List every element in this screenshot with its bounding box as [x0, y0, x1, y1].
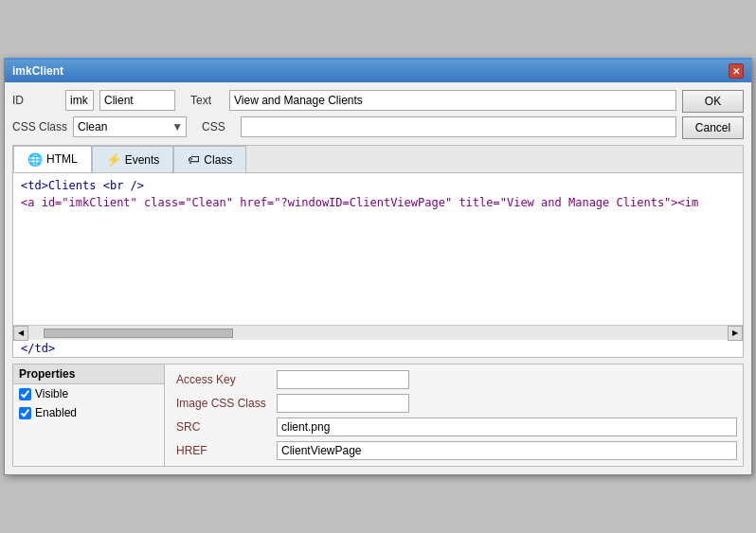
properties-title: Properties: [13, 364, 164, 384]
id-label: ID: [12, 94, 60, 107]
scroll-left-arrow[interactable]: ◀: [13, 326, 28, 341]
visible-row: Visible: [13, 384, 164, 403]
cancel-button[interactable]: Cancel: [682, 116, 744, 139]
enabled-checkbox[interactable]: [19, 407, 31, 419]
form-fields: ID Text CSS Class Clean ▼ CSS: [12, 90, 676, 137]
tab-events[interactable]: ⚡ Events: [92, 146, 174, 172]
close-tag: </td>: [17, 340, 59, 357]
id-text-row: ID Text: [12, 90, 676, 111]
tabs-header: 🌐 HTML ⚡ Events 🏷 Class: [13, 146, 743, 173]
css-label: CSS: [202, 120, 235, 133]
css-class-dropdown-wrap: Clean ▼: [73, 116, 187, 137]
access-key-input[interactable]: [277, 370, 409, 389]
html-tab-icon: 🌐: [27, 152, 43, 167]
bottom-section: Properties Visible Enabled Access Key Im…: [12, 364, 744, 467]
dialog-body: ID Text CSS Class Clean ▼ CSS: [5, 82, 751, 474]
code-line-2: <a id="imkClient" class="Clean" href="?w…: [17, 194, 739, 211]
enabled-row: Enabled: [13, 403, 164, 422]
tab-class-label: Class: [204, 153, 232, 167]
id-name-input[interactable]: [99, 90, 175, 111]
close-button[interactable]: ✕: [729, 63, 744, 79]
title-bar: imkClient ✕: [5, 60, 751, 82]
tabs-area: 🌐 HTML ⚡ Events 🏷 Class <td>Clients <br …: [12, 145, 744, 358]
tab-events-label: Events: [125, 153, 160, 167]
visible-label: Visible: [35, 387, 68, 400]
image-css-class-label: Image CSS Class: [176, 397, 271, 410]
enabled-label: Enabled: [35, 406, 77, 419]
href-label: HREF: [176, 444, 271, 457]
tab-html[interactable]: 🌐 HTML: [13, 146, 92, 172]
src-input[interactable]: [277, 418, 737, 436]
properties-box: Properties Visible Enabled: [13, 364, 165, 466]
id-prefix-input[interactable]: [65, 90, 94, 111]
scrollbar-thumb[interactable]: [44, 329, 233, 338]
css-row: CSS Class Clean ▼ CSS: [12, 116, 676, 137]
href-row: HREF: [176, 441, 737, 460]
css-input[interactable]: [241, 116, 676, 137]
dialog-title: imkClient: [12, 64, 63, 78]
src-label: SRC: [176, 420, 271, 434]
text-input[interactable]: [229, 90, 676, 111]
close-tag-line: </td>: [13, 340, 743, 357]
events-tab-icon: ⚡: [106, 152, 121, 167]
button-group: OK Cancel: [682, 90, 744, 139]
scroll-right-arrow[interactable]: ▶: [728, 326, 743, 341]
horizontal-scrollbar[interactable]: ◀ ▶: [13, 325, 743, 340]
dialog: imkClient ✕ ID Text CSS Class: [4, 58, 752, 475]
access-key-row: Access Key: [176, 370, 737, 389]
css-class-label: CSS Class: [12, 120, 67, 133]
tab-class[interactable]: 🏷 Class: [173, 146, 246, 172]
href-input[interactable]: [277, 441, 737, 460]
image-css-class-row: Image CSS Class: [176, 394, 737, 413]
tab-html-label: HTML: [46, 152, 78, 166]
scrollbar-track: [44, 329, 712, 338]
visible-checkbox[interactable]: [19, 388, 31, 400]
tab-content: <td>Clients <br /> <a id="imkClient" cla…: [13, 173, 743, 325]
top-row: ID Text CSS Class Clean ▼ CSS: [12, 90, 744, 139]
ok-button[interactable]: OK: [682, 90, 744, 113]
css-class-select[interactable]: Clean: [73, 116, 187, 137]
src-row: SRC: [176, 418, 737, 436]
class-tab-icon: 🏷: [188, 152, 200, 167]
code-line-1: <td>Clients <br />: [17, 177, 739, 194]
text-label: Text: [190, 94, 224, 107]
image-css-class-input[interactable]: [277, 394, 409, 413]
access-key-label: Access Key: [176, 373, 271, 386]
props-right: Access Key Image CSS Class SRC HREF: [171, 364, 743, 466]
